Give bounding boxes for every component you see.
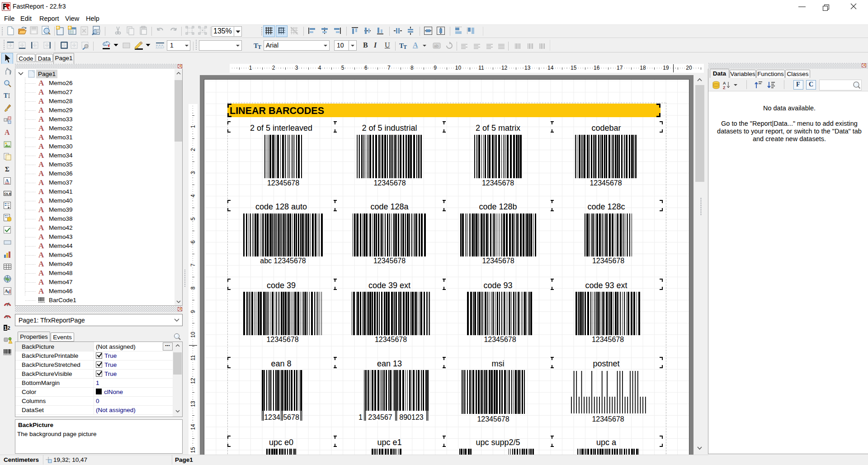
svg-text:OLE: OLE bbox=[5, 192, 11, 196]
svg-text:T: T bbox=[403, 44, 407, 49]
svg-text:T: T bbox=[4, 92, 8, 99]
svg-text:Σ: Σ bbox=[5, 166, 9, 173]
svg-text:A: A bbox=[723, 81, 726, 85]
svg-text:T: T bbox=[258, 44, 261, 49]
svg-text:A: A bbox=[5, 178, 9, 183]
svg-text:A: A bbox=[5, 128, 10, 136]
svg-text:1: 1 bbox=[4, 325, 7, 331]
svg-text:2: 2 bbox=[8, 325, 10, 331]
svg-text:ab: ab bbox=[434, 44, 439, 48]
svg-text:A: A bbox=[5, 288, 8, 294]
svg-text:Z: Z bbox=[723, 85, 726, 90]
